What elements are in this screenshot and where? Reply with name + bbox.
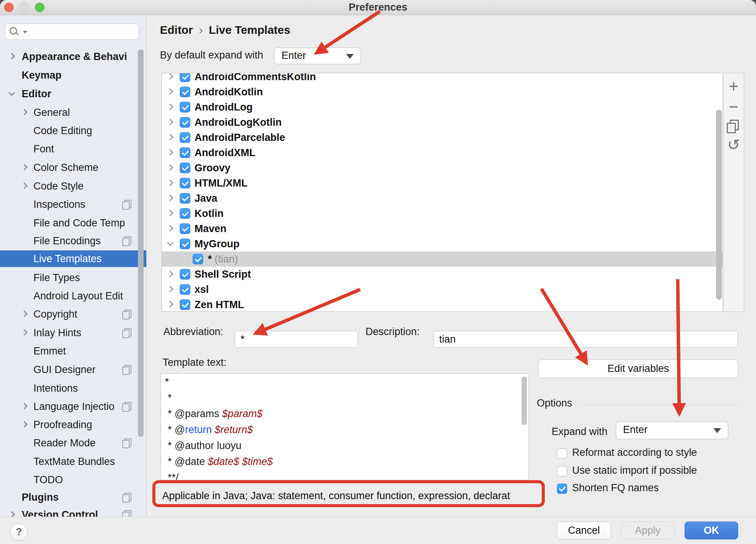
editor-scrollbar-thumb[interactable] [522, 376, 527, 425]
tree-row[interactable]: AndroidParcelable [162, 130, 723, 145]
chevron-right-icon[interactable] [167, 210, 174, 217]
chevron-right-icon[interactable] [167, 164, 174, 171]
chevron-down-icon[interactable] [167, 240, 174, 246]
abbreviation-input[interactable] [235, 331, 358, 348]
sidebar-item-android-layout-editor[interactable]: Android Layout Edit [0, 287, 147, 305]
sidebar-item-font[interactable]: Font [0, 140, 147, 158]
tree-row[interactable]: xsl [162, 282, 723, 297]
chevron-right-icon[interactable] [167, 119, 174, 125]
duplicate-icon[interactable] [723, 120, 744, 133]
sidebar-item-color-scheme[interactable]: Color Scheme [0, 158, 147, 177]
checked-checkbox[interactable] [180, 269, 190, 280]
sidebar-item-version-control[interactable]: Version Control [0, 506, 147, 517]
chevron-right-icon[interactable] [21, 183, 28, 189]
sidebar-item-intentions[interactable]: Intentions [0, 379, 147, 397]
checked-checkbox[interactable] [180, 163, 190, 173]
tree-row[interactable]: AndroidCommentsKotlin [162, 73, 723, 84]
chevron-right-icon[interactable] [167, 180, 174, 186]
chevron-right-icon[interactable] [167, 134, 174, 141]
chevron-right-icon[interactable] [21, 403, 28, 410]
tree-row[interactable]: HTML/XML [162, 176, 723, 191]
tree-row[interactable]: AndroidLogKotlin [162, 115, 723, 130]
chevron-right-icon[interactable] [167, 89, 174, 95]
add-icon[interactable]: + [723, 79, 744, 94]
checked-checkbox[interactable] [180, 73, 190, 82]
chevron-right-icon[interactable] [167, 225, 174, 232]
breadcrumb-editor[interactable]: Editor [160, 24, 193, 36]
zoom-icon[interactable] [35, 3, 44, 12]
expand-with-dropdown[interactable]: Enter [616, 422, 728, 439]
sidebar-scrollbar-thumb[interactable] [138, 49, 144, 437]
chevron-right-icon[interactable] [21, 311, 28, 317]
checked-checkbox[interactable] [180, 132, 190, 143]
cancel-button[interactable]: Cancel [557, 522, 611, 539]
tree-row[interactable]: Maven [162, 221, 723, 236]
sidebar-item-inlay-hints[interactable]: Inlay Hints [0, 324, 147, 342]
sidebar-item-emmet[interactable]: Emmet [0, 342, 147, 360]
checked-checkbox[interactable] [180, 208, 190, 219]
chevron-down-icon[interactable] [9, 90, 15, 96]
ok-button[interactable]: OK [685, 522, 738, 539]
minimize-icon[interactable] [19, 3, 29, 12]
sidebar-item-reader-mode[interactable]: Reader Mode [0, 434, 147, 452]
tree-scrollbar-thumb[interactable] [716, 110, 722, 300]
chevron-right-icon[interactable] [167, 301, 174, 308]
default-expand-dropdown[interactable]: Enter [274, 47, 361, 64]
chevron-right-icon[interactable] [167, 104, 174, 110]
chevron-right-icon[interactable] [167, 149, 174, 156]
chevron-right-icon[interactable] [21, 164, 28, 171]
sidebar-item-general[interactable]: General [0, 103, 147, 122]
tree-row[interactable]: AndroidXML [162, 145, 723, 160]
help-button[interactable]: ? [10, 523, 28, 541]
search-input[interactable] [30, 25, 136, 38]
sidebar-item-plugins[interactable]: Plugins [0, 488, 147, 506]
sidebar-item-appearance-behavior[interactable]: Appearance & Behavi [0, 47, 147, 66]
chevron-right-icon[interactable] [21, 421, 28, 428]
checked-checkbox[interactable] [557, 484, 567, 494]
description-input[interactable] [433, 331, 738, 348]
tree-row[interactable]: Java [162, 191, 723, 206]
edit-variables-button[interactable]: Edit variables [538, 359, 738, 378]
tree-row[interactable]: AndroidKotlin [162, 84, 723, 100]
close-icon[interactable] [4, 3, 14, 12]
checked-checkbox[interactable] [180, 178, 190, 188]
sidebar-item-code-style[interactable]: Code Style [0, 177, 147, 195]
sidebar-item-todo[interactable]: TODO [0, 471, 147, 489]
checked-checkbox[interactable] [193, 254, 203, 264]
chevron-right-icon[interactable] [21, 329, 28, 336]
sidebar-item-inspections[interactable]: Inspections [0, 195, 147, 213]
tree-row-selected-template[interactable]: * (tian) [162, 251, 723, 267]
sidebar-item-file-encodings[interactable]: File Encodings [0, 232, 147, 250]
checked-checkbox[interactable] [180, 223, 190, 234]
chevron-right-icon[interactable] [9, 511, 15, 517]
unchecked-checkbox[interactable] [557, 466, 567, 476]
checked-checkbox[interactable] [180, 147, 190, 158]
sidebar-item-gui-designer[interactable]: GUI Designer [0, 361, 147, 379]
checked-checkbox[interactable] [180, 284, 190, 295]
tree-row[interactable]: Zen HTML [162, 297, 723, 312]
sidebar-item-code-editing[interactable]: Code Editing [0, 122, 147, 140]
sidebar-item-keymap[interactable]: Keymap [0, 66, 147, 84]
sidebar-item-editor[interactable]: Editor [0, 85, 147, 103]
applicable-in-text[interactable]: Applicable in Java; Java: statement, con… [162, 490, 510, 502]
checked-checkbox[interactable] [180, 117, 190, 128]
checked-checkbox[interactable] [180, 239, 190, 249]
sidebar-item-textmate-bundles[interactable]: TextMate Bundles [0, 452, 147, 471]
search-history-caret-icon[interactable] [23, 31, 27, 34]
sidebar-item-file-code-templates[interactable]: File and Code Temp [0, 214, 147, 232]
tree-row[interactable]: AndroidLog [162, 100, 723, 115]
remove-icon[interactable]: − [723, 99, 744, 114]
sidebar-item-copyright[interactable]: Copyright [0, 305, 147, 323]
tree-row[interactable]: Shell Script [162, 267, 723, 282]
checked-checkbox[interactable] [180, 193, 190, 204]
chevron-right-icon[interactable] [21, 109, 28, 115]
tree-row[interactable]: Groovy [162, 160, 723, 176]
chevron-right-icon[interactable] [9, 53, 15, 60]
sidebar-item-file-types[interactable]: File Types [0, 269, 147, 287]
sidebar-item-language-injections[interactable]: Language Injectio [0, 397, 147, 416]
apply-button[interactable]: Apply [621, 522, 675, 539]
sidebar-item-live-templates[interactable]: Live Templates [0, 250, 147, 267]
chevron-right-icon[interactable] [167, 271, 174, 277]
sidebar-item-proofreading[interactable]: Proofreading [0, 416, 147, 434]
checked-checkbox[interactable] [180, 87, 190, 97]
